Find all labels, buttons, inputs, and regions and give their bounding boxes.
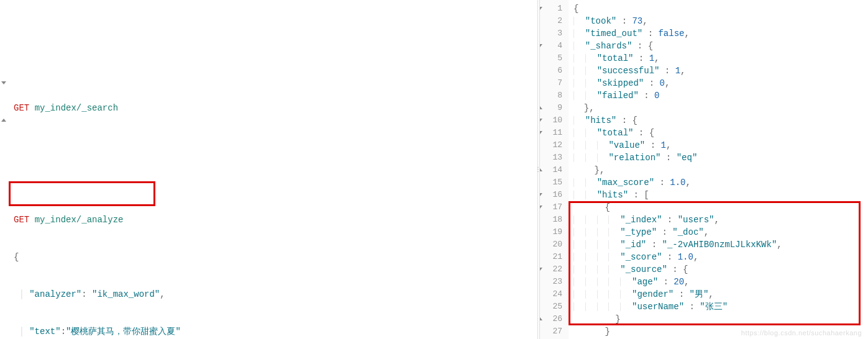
response-line[interactable]: "_shards" : { <box>569 40 868 52</box>
token-key: "_index" <box>620 215 662 225</box>
token-punct: : <box>645 140 660 150</box>
line-number: 17 <box>540 201 562 214</box>
token-punct: : { <box>632 41 653 51</box>
token-num: 1 <box>660 140 665 150</box>
token-punct: : <box>657 227 672 237</box>
response-line[interactable]: "hits" : { <box>569 114 868 127</box>
response-viewer[interactable]: { "took" : 73, "timed_out" : false, "_sh… <box>569 0 868 339</box>
code-line[interactable] <box>9 40 537 65</box>
response-line[interactable]: "skipped" : 0, <box>569 77 868 89</box>
token-key: "_source" <box>620 264 667 274</box>
response-line[interactable]: }, <box>569 164 868 176</box>
line-number: 25 <box>540 301 562 313</box>
response-line[interactable]: "userName" : "张三" <box>569 301 868 313</box>
response-line[interactable]: "_type" : "_doc", <box>569 226 868 238</box>
indent <box>573 277 632 287</box>
request-editor-pane[interactable]: GET my_index/_search GET my_index/_analy… <box>0 0 537 339</box>
token-punct: : <box>660 153 676 163</box>
code-line[interactable]: { <box>9 251 537 263</box>
line-number: 9 <box>540 102 562 114</box>
response-line[interactable]: "_source" : { <box>569 263 868 276</box>
token-punct: , <box>704 227 709 237</box>
indent <box>573 53 597 63</box>
response-line[interactable]: "gender" : "男", <box>569 288 868 301</box>
indent <box>573 66 597 76</box>
token-key: "_type" <box>620 227 657 237</box>
response-line[interactable]: "hits" : [ <box>569 189 868 201</box>
token-punct: : <box>674 289 689 299</box>
token-punct: } <box>573 314 621 324</box>
line-number: 24 <box>540 288 562 301</box>
token-key: "_id" <box>620 240 646 250</box>
token-punct: : <box>662 215 677 225</box>
code-line[interactable]: GET my_index/_analyze <box>9 214 537 226</box>
indent <box>573 128 597 138</box>
indent <box>573 240 620 250</box>
response-line[interactable]: } <box>569 325 868 338</box>
token-num: 73 <box>632 16 642 26</box>
token-strv: "eq" <box>677 153 698 163</box>
response-line[interactable]: "relation" : "eq" <box>569 151 868 164</box>
token-key: "total" <box>597 128 634 138</box>
indent <box>573 91 597 101</box>
line-number: 1 <box>540 2 562 15</box>
token-key: "took" <box>585 16 616 26</box>
request-path: my_index/_analyze <box>35 215 124 225</box>
token-key: "skipped" <box>597 78 644 88</box>
token-num: 0 <box>659 78 664 88</box>
token-punct: , <box>684 29 689 38</box>
token-key: "total" <box>597 53 634 63</box>
response-line[interactable]: "max_score" : 1.0, <box>569 176 868 189</box>
fold-arrow-up-icon[interactable] <box>1 119 6 122</box>
token-num: 20 <box>674 277 684 287</box>
token-punct: , <box>680 66 685 76</box>
code-line[interactable] <box>9 151 537 176</box>
response-line[interactable]: "_score" : 1.0, <box>569 251 868 263</box>
response-pane: 1234567891011121314151617181920212223242… <box>540 0 868 339</box>
token-key: "relation" <box>608 153 660 163</box>
request-editor[interactable]: GET my_index/_search GET my_index/_analy… <box>9 0 537 339</box>
token-punct: , <box>708 289 713 299</box>
response-line[interactable]: "_index" : "users", <box>569 214 868 226</box>
line-number: 23 <box>540 276 562 288</box>
response-line[interactable]: { <box>569 201 868 214</box>
line-number: 14 <box>540 164 562 176</box>
request-path: my_index/_search <box>35 103 118 113</box>
code-line[interactable]: │ "analyzer": "ik_max_word", <box>9 288 537 301</box>
indent <box>573 140 608 150</box>
response-line[interactable]: "_id" : "_-2vAHIB0nzmLJLkxKWk", <box>569 238 868 251</box>
response-line[interactable]: }, <box>569 102 868 114</box>
response-line[interactable]: } <box>569 313 868 325</box>
line-number: 19 <box>540 226 562 238</box>
token-key: "gender" <box>632 289 674 299</box>
code-line[interactable]: GET my_index/_search <box>9 102 537 114</box>
token-strv: "张三" <box>700 302 728 312</box>
response-line[interactable]: { <box>569 2 868 15</box>
token-punct: : <box>654 178 670 188</box>
token-punct: }, <box>573 103 595 113</box>
response-line[interactable]: "failed" : 0 <box>569 89 868 102</box>
token-punct: : { <box>616 115 637 125</box>
token-key: "successful" <box>597 66 660 76</box>
line-number: 7 <box>540 77 562 89</box>
token-num: 1.0 <box>670 178 685 188</box>
token-punct: , <box>642 16 647 26</box>
response-line[interactable]: "age" : 20, <box>569 276 868 288</box>
token-punct: , <box>693 252 698 262</box>
token-strv: "_-2vAHIB0nzmLJLkxKWk" <box>662 240 777 250</box>
response-line[interactable]: "took" : 73, <box>569 15 868 27</box>
line-number: 11 <box>540 127 562 139</box>
http-method: GET <box>14 215 29 225</box>
token-strv: "男" <box>690 289 709 299</box>
response-line[interactable]: "timed_out" : false, <box>569 27 868 40</box>
token-punct: : <box>616 16 632 26</box>
indent <box>573 153 608 163</box>
code-line[interactable]: │ "text":"樱桃萨其马，带你甜蜜入夏" <box>9 325 537 338</box>
response-line[interactable]: "total" : { <box>569 127 868 139</box>
fold-arrow-icon[interactable] <box>1 81 6 84</box>
response-line[interactable]: "successful" : 1, <box>569 65 868 77</box>
http-method: GET <box>14 103 29 113</box>
response-line[interactable]: "total" : 1, <box>569 52 868 65</box>
response-line[interactable]: "value" : 1, <box>569 139 868 151</box>
line-number: 27 <box>540 325 562 338</box>
